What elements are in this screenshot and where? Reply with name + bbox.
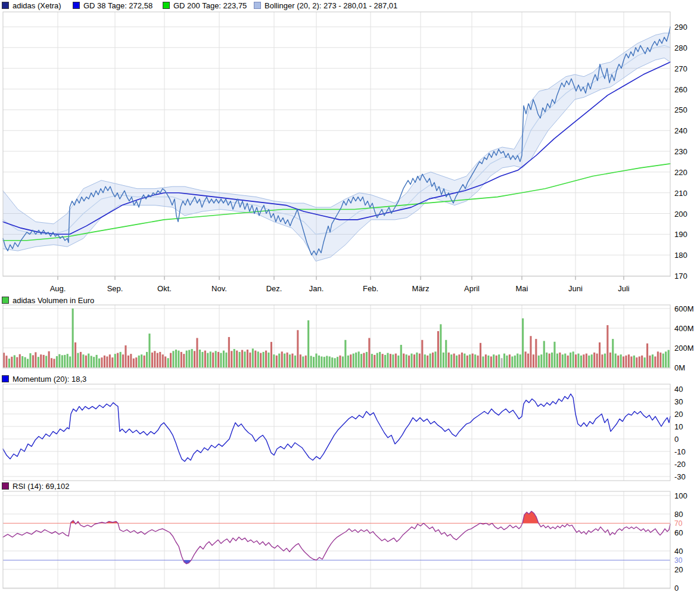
svg-text:Jan.: Jan. [309, 284, 324, 293]
svg-text:60: 60 [674, 528, 683, 537]
svg-text:Aug.: Aug. [50, 284, 66, 293]
svg-text:0: 0 [674, 584, 679, 592]
svg-text:250: 250 [674, 105, 687, 114]
stock-chart-page: 170180190200210220230240250260270280290A… [0, 0, 700, 592]
svg-text:April: April [464, 284, 480, 293]
legend-item-bollinger: Bollinger (20, 2): 273 - 280,01 - 287,01 [254, 1, 397, 10]
bollinger-series-swatch [254, 2, 261, 9]
legend-label-gd38: GD 38 Tage: 272,58 [83, 1, 153, 10]
price-series-swatch [2, 2, 9, 9]
svg-text:März: März [412, 284, 430, 293]
svg-text:290: 290 [674, 23, 687, 32]
svg-text:210: 210 [674, 189, 687, 198]
rsi-series-swatch [2, 482, 9, 490]
legend-label-price: adidas (Xetra) [13, 1, 61, 10]
svg-text:180: 180 [674, 251, 687, 260]
momentum-series-swatch [2, 375, 9, 382]
momentum-title-label: Momentum (20): 18,3 [13, 375, 86, 384]
svg-text:-20: -20 [674, 460, 686, 469]
svg-text:400M: 400M [674, 324, 694, 333]
legend-label-gd200: GD 200 Tage: 223,75 [173, 1, 247, 10]
legend-item-price: adidas (Xetra) [2, 1, 61, 10]
legend-label-bollinger: Bollinger (20, 2): 273 - 280,01 - 287,01 [265, 1, 397, 10]
gd200-series-swatch [163, 2, 170, 9]
rsi-panel-title: RSI (14): 69,102 [2, 482, 69, 490]
svg-text:Mai: Mai [516, 284, 528, 293]
volume-series-swatch [2, 297, 9, 304]
svg-text:Feb.: Feb. [363, 284, 378, 293]
gd38-series-swatch [73, 2, 80, 9]
svg-text:Nov.: Nov. [211, 284, 227, 293]
svg-text:0M: 0M [674, 363, 685, 372]
svg-text:-30: -30 [674, 472, 686, 481]
svg-text:10: 10 [674, 422, 683, 431]
svg-text:20: 20 [674, 565, 683, 574]
svg-text:270: 270 [674, 64, 687, 73]
volume-title-label: adidas Volumen in Euro [13, 296, 94, 305]
svg-text:190: 190 [674, 230, 687, 239]
svg-text:600M: 600M [674, 304, 694, 313]
legend-item-gd200: GD 200 Tage: 223,75 [163, 1, 247, 10]
svg-text:40: 40 [674, 385, 683, 394]
svg-text:Sep.: Sep. [107, 284, 123, 293]
svg-text:240: 240 [674, 126, 687, 135]
svg-text:-10: -10 [674, 447, 686, 456]
svg-text:40: 40 [674, 547, 683, 556]
svg-text:200: 200 [674, 210, 687, 219]
svg-text:Okt.: Okt. [157, 284, 172, 293]
svg-text:Juni: Juni [568, 284, 583, 293]
svg-text:70: 70 [674, 519, 683, 528]
svg-text:Dez.: Dez. [266, 284, 282, 293]
svg-text:230: 230 [674, 147, 687, 156]
rsi-title-label: RSI (14): 69,102 [13, 482, 69, 491]
chart-canvas[interactable]: 170180190200210220230240250260270280290A… [0, 0, 700, 592]
momentum-panel-title: Momentum (20): 18,3 [2, 375, 86, 383]
svg-text:20: 20 [674, 410, 683, 419]
svg-text:260: 260 [674, 85, 687, 94]
svg-text:30: 30 [674, 397, 683, 406]
svg-text:100: 100 [674, 491, 687, 500]
legend-item-gd38: GD 38 Tage: 272,58 [73, 1, 153, 10]
svg-text:0: 0 [674, 435, 679, 444]
svg-text:30: 30 [674, 556, 683, 565]
svg-text:Juli: Juli [618, 284, 630, 293]
svg-text:170: 170 [674, 272, 687, 281]
volume-panel-title: adidas Volumen in Euro [2, 296, 94, 304]
svg-text:80: 80 [674, 510, 683, 519]
svg-text:280: 280 [674, 43, 687, 52]
svg-text:220: 220 [674, 168, 687, 177]
svg-text:200M: 200M [674, 344, 694, 353]
